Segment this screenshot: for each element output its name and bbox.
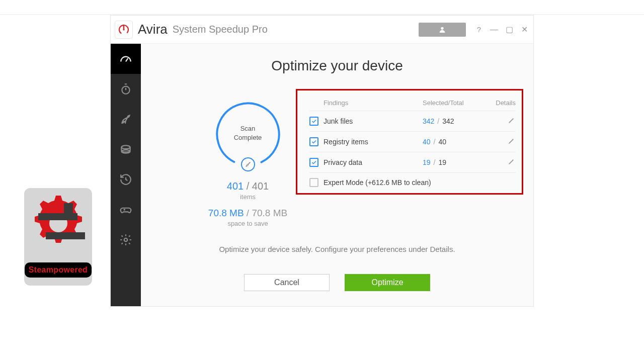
col-selected-total: Selected/Total (423, 99, 488, 107)
pencil-icon (508, 157, 516, 165)
cancel-button[interactable]: Cancel (244, 274, 330, 291)
finding-count: 19/19 (423, 158, 488, 166)
sidebar-item-dashboard[interactable] (111, 44, 141, 74)
optimize-button[interactable]: Optimize (345, 274, 430, 291)
history-icon (119, 173, 132, 186)
main-content: Optimize your device Scan Complete 401 (141, 44, 533, 306)
user-icon (438, 26, 446, 34)
svg-point-1 (123, 29, 124, 30)
rocket-icon (119, 113, 132, 126)
help-button[interactable]: ? (475, 25, 483, 34)
maximize-button[interactable]: ▢ (505, 25, 513, 34)
page-title: Optimize your device (141, 58, 533, 74)
scan-status-line2: Complete (234, 134, 262, 141)
expert-mode-row: Expert Mode (+612.6 MB to clean) (309, 173, 516, 190)
brand-logo (115, 21, 133, 39)
svg-point-2 (441, 27, 443, 29)
details-privacy[interactable] (488, 157, 516, 167)
finding-row-registry: Registry items 40/40 (309, 132, 516, 152)
checkbox-privacy[interactable] (309, 158, 318, 167)
close-button[interactable]: ✕ (520, 25, 528, 34)
scan-summary: Scan Complete 401 / 401 items 70.8 MB / … (196, 99, 299, 227)
gauge-icon (119, 52, 132, 65)
titlebar: Avira System Speedup Pro ? — ▢ ✕ (111, 16, 533, 44)
finding-name: Junk files (324, 117, 423, 125)
pencil-icon (508, 137, 516, 145)
sidebar-item-disk[interactable] (111, 134, 141, 164)
finding-name: Privacy data (324, 158, 423, 166)
checkbox-junk[interactable] (309, 117, 318, 126)
steampowered-watermark: Steampowered (24, 188, 92, 286)
sidebar-item-timer[interactable] (111, 74, 141, 104)
action-bar: Cancel Optimize (141, 274, 533, 291)
brand-name: Avira (138, 22, 168, 37)
svg-rect-10 (46, 232, 85, 239)
minimize-button[interactable]: — (490, 25, 498, 34)
hint-text: Optimize your device safely. Configure y… (141, 245, 533, 253)
finding-count: 40/40 (423, 138, 488, 146)
window-controls: ? — ▢ ✕ (475, 25, 528, 34)
findings-header: Findings Selected/Total Details (309, 98, 516, 111)
details-junk[interactable] (488, 116, 516, 126)
stopwatch-icon (119, 82, 132, 96)
checkbox-expert[interactable] (309, 178, 318, 187)
sidebar-item-boost[interactable] (111, 104, 141, 134)
watermark-label: Steampowered (25, 262, 92, 278)
svg-point-4 (121, 145, 130, 149)
finding-row-junk: Junk files 342/342 (309, 111, 516, 132)
watermark-art (31, 193, 86, 258)
finding-row-privacy: Privacy data 19/19 (309, 152, 516, 173)
product-name: System Speedup Pro (173, 24, 268, 35)
disk-icon (119, 143, 132, 156)
scan-status-line1: Scan (240, 125, 256, 132)
findings-panel: Findings Selected/Total Details Junk fil… (296, 89, 523, 195)
items-count: 401 / 401 (227, 180, 269, 192)
check-icon (311, 118, 317, 124)
col-details: Details (488, 99, 516, 107)
check-icon (311, 139, 317, 145)
ring-badge (241, 157, 255, 171)
space-count: 70.8 MB / 70.8 MB (208, 208, 287, 219)
rocket-small-icon (245, 161, 252, 168)
finding-count: 342/342 (423, 117, 488, 125)
svg-point-6 (124, 238, 128, 242)
finding-name: Registry items (324, 138, 423, 146)
progress-ring: Scan Complete (213, 99, 283, 169)
gamepad-icon (119, 203, 132, 216)
sidebar-item-settings[interactable] (111, 225, 141, 255)
sidebar-item-games[interactable] (111, 195, 141, 225)
details-registry[interactable] (488, 137, 516, 147)
check-icon (311, 159, 317, 165)
sidebar-item-history[interactable] (111, 164, 141, 195)
items-label: items (240, 193, 256, 201)
col-findings: Findings (324, 99, 423, 107)
svg-rect-11 (64, 203, 73, 219)
gear-icon (119, 233, 132, 246)
pencil-icon (508, 116, 516, 124)
checkbox-registry[interactable] (309, 137, 318, 146)
expert-mode-label: Expert Mode (+612.6 MB to clean) (324, 178, 516, 187)
account-button[interactable] (419, 23, 466, 37)
space-label: space to save (227, 220, 268, 227)
sidebar (111, 44, 141, 306)
app-window: Avira System Speedup Pro ? — ▢ ✕ (110, 15, 534, 307)
